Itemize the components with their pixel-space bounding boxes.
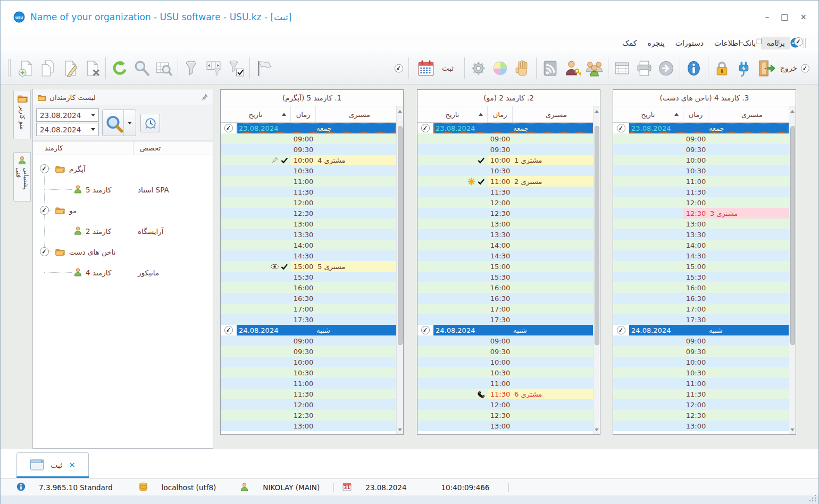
time-slot-row[interactable]: 16:00 [417, 282, 593, 293]
menu-item[interactable]: پنجره [642, 37, 670, 49]
time-slot-row[interactable]: 09:00 [221, 133, 396, 144]
time-slot-row[interactable]: 11:00 [613, 378, 789, 389]
time-slot-row[interactable]: 15:30 [613, 272, 789, 282]
date-row[interactable]: 23.08.2024جمعه [417, 123, 593, 133]
users-button[interactable] [583, 56, 605, 80]
scroll-down-icon[interactable] [789, 426, 796, 433]
date-column-header[interactable]: تاریخ [613, 106, 683, 122]
time-slot-row[interactable]: 09:30 [221, 346, 396, 357]
search-dropdown[interactable] [124, 110, 136, 136]
time-slot-row[interactable]: 12:00 [221, 399, 396, 410]
time-slot-row[interactable]: 14:30 [613, 250, 789, 261]
time-slot-row[interactable]: 15:00 [613, 261, 789, 272]
time-slot-row[interactable]: 13:30 [613, 229, 789, 240]
time-slot-row[interactable]: 09:00 [417, 133, 593, 144]
mdi-minimize-button[interactable]: – [740, 38, 743, 46]
search-split-button[interactable] [102, 110, 136, 136]
tree-employee-row[interactable]: کارمند 4 مانیکور [33, 262, 213, 283]
date-from-picker[interactable]: 23.08.2024 [36, 108, 99, 122]
resize-grip-icon[interactable] [809, 494, 816, 502]
feed-button[interactable] [539, 56, 561, 80]
tree-group-row[interactable]: مو [33, 200, 213, 221]
appointment-row[interactable]: 10:00 مشتری 4 [221, 155, 396, 165]
menu-grip[interactable] [804, 38, 806, 48]
time-slot-row[interactable]: 17:00 [613, 304, 789, 314]
time-slot-row[interactable]: 10:30 [613, 367, 789, 378]
time-slot-row[interactable]: 10:30 [417, 165, 593, 176]
time-slot-row[interactable]: 10:00 [417, 357, 593, 367]
filter-button[interactable] [181, 56, 203, 80]
time-slot-row[interactable]: 09:30 [417, 144, 593, 155]
scroll-up-icon[interactable] [397, 107, 403, 115]
table-button[interactable] [611, 56, 633, 80]
time-slot-row[interactable]: 12:30 [221, 208, 396, 219]
flag-button[interactable] [253, 56, 274, 80]
quick-customize-icon[interactable] [394, 63, 404, 73]
time-slot-row[interactable]: 09:00 [613, 133, 789, 144]
time-slot-row[interactable]: 12:00 [613, 197, 789, 208]
vertical-scrollbar[interactable] [789, 106, 796, 434]
time-slot-row[interactable]: 16:30 [613, 293, 789, 304]
menu-item[interactable]: دستورات [670, 37, 709, 49]
date-to-picker[interactable]: 24.08.2024 [36, 123, 99, 136]
time-slot-row[interactable]: 17:30 [613, 314, 789, 325]
schedule-column-title[interactable]: 1. کارمند 5 (آبگرم) [221, 90, 403, 106]
date-row[interactable]: 23.08.2024جمعه [221, 123, 396, 133]
time-slot-row[interactable]: 09:30 [613, 346, 789, 357]
time-slot-row[interactable]: 16:00 [221, 282, 396, 293]
time-slot-row[interactable]: 10:00 [221, 357, 396, 367]
time-slot-row[interactable]: 11:30 [221, 187, 396, 197]
appointment-row[interactable]: 15:00 مشتری 5 [221, 261, 396, 272]
time-slot-row[interactable]: 14:00 [417, 240, 593, 250]
specialty-column-header[interactable]: تخصص [133, 141, 213, 155]
minimize-button[interactable]: – [765, 12, 770, 22]
appointment-row[interactable]: 11:30 مشتری 6 [417, 389, 593, 399]
new-record-button[interactable] [15, 56, 37, 80]
scroll-up-icon[interactable] [789, 107, 796, 115]
time-slot-row[interactable]: 15:30 [417, 272, 593, 282]
filter-apply-button[interactable] [224, 56, 246, 80]
search-grid-button[interactable] [153, 56, 174, 80]
jump-to-date-icon[interactable] [224, 325, 233, 335]
tab-register[interactable]: ثبت ✕ [16, 452, 89, 477]
copy-record-button[interactable] [37, 56, 59, 80]
time-slot-row[interactable]: 10:00 [613, 357, 789, 367]
time-slot-row[interactable]: 12:30 [417, 208, 593, 219]
mdi-restore-button[interactable]: ❐ [756, 38, 762, 46]
time-slot-row[interactable]: 16:30 [417, 293, 593, 304]
user-permissions-button[interactable] [561, 56, 583, 80]
sidebar-tab-tech-support[interactable]: پشتیبانی فنی [13, 152, 31, 201]
sidebar-tab-user-menu[interactable]: منو کاربر [13, 90, 31, 139]
search-icon[interactable] [103, 110, 124, 136]
info-button[interactable] [683, 56, 705, 80]
scroll-down-icon[interactable] [397, 426, 403, 433]
clock-button[interactable] [140, 114, 160, 132]
time-slot-row[interactable]: 11:00 [417, 378, 593, 389]
time-slot-row[interactable]: 09:00 [417, 335, 593, 346]
next-button[interactable] [655, 56, 677, 80]
time-slot-row[interactable]: 12:30 [417, 410, 593, 421]
time-slot-row[interactable]: 13:30 [221, 229, 396, 240]
lock-button[interactable] [711, 56, 733, 80]
time-slot-row[interactable]: 10:30 [613, 165, 789, 176]
time-slot-row[interactable]: 11:00 [613, 176, 789, 187]
refresh-button[interactable] [108, 56, 130, 80]
pin-icon[interactable] [200, 93, 208, 101]
time-slot-row[interactable]: 15:00 [417, 261, 593, 272]
appointment-row[interactable]: 11:00 مشتری 2 [417, 176, 593, 187]
time-slot-row[interactable]: 12:30 [221, 410, 396, 421]
appointment-row[interactable]: 10:00 مشتری 1 [417, 155, 593, 165]
time-column-header[interactable]: زمان [488, 106, 513, 122]
scrollbar-thumb[interactable] [595, 126, 599, 345]
time-slot-row[interactable]: 10:30 [221, 367, 396, 378]
customer-column-header[interactable]: مشتری [708, 106, 796, 122]
time-slot-row[interactable]: 11:30 [613, 389, 789, 399]
time-slot-row[interactable]: 10:30 [221, 165, 396, 176]
time-slot-row[interactable]: 17:00 [221, 304, 396, 314]
appearance-button[interactable] [489, 56, 511, 80]
date-row[interactable]: 24.08.2024شنبه [417, 325, 593, 335]
close-button[interactable]: × [800, 12, 807, 22]
appointment-row[interactable]: 12:30 مشتری 3 [613, 208, 789, 219]
time-slot-row[interactable]: 14:00 [613, 240, 789, 250]
time-slot-row[interactable]: 09:30 [613, 144, 789, 155]
